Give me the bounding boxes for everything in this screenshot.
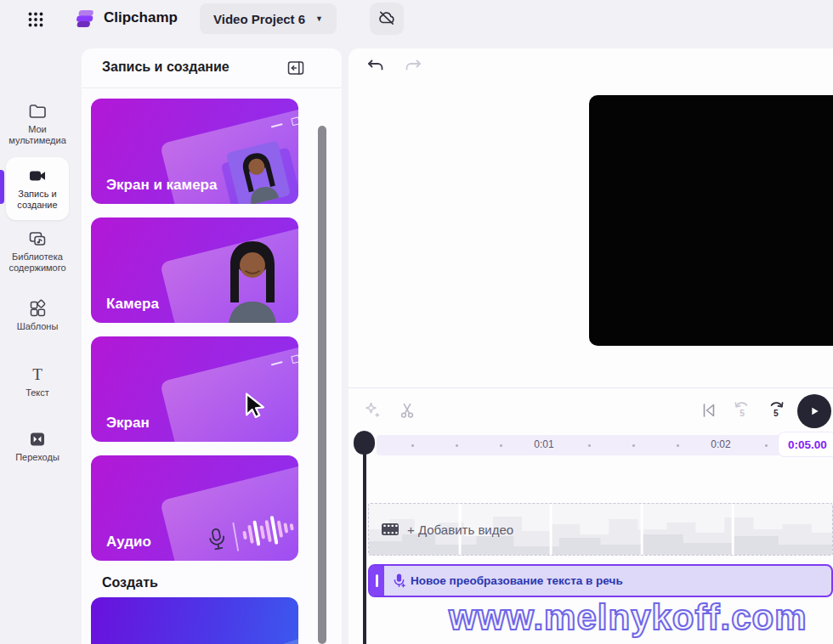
chevron-down-icon: ▼ [315, 14, 323, 23]
playhead-line [363, 451, 366, 644]
app-title: Clipchamp [104, 9, 178, 26]
text-icon: T [3, 364, 71, 385]
skip-start-icon[interactable] [699, 400, 719, 421]
ruler-label: 0:02 [704, 438, 738, 450]
play-button[interactable] [797, 394, 831, 428]
apps-grid-icon[interactable] [24, 8, 48, 31]
split-icon[interactable] [397, 400, 417, 421]
project-name: Video Project 6 [213, 12, 305, 26]
transitions-icon [3, 429, 71, 449]
sidebar-item-label: Переходы [15, 452, 60, 462]
create-section-title: Создать [102, 575, 158, 590]
content-library-icon [3, 229, 71, 249]
add-video-label: + Добавить видео [407, 523, 513, 537]
cloud-off-icon [377, 8, 397, 29]
redo-icon[interactable] [403, 57, 423, 77]
ruler-tick [632, 444, 635, 447]
sidebar-item-label: Библиотека содержимого [8, 251, 65, 273]
ruler-tick [588, 444, 591, 447]
rewind-seconds-label: 5 [740, 409, 745, 418]
panel-header: Запись и создание [82, 48, 342, 88]
card-screen[interactable]: Экран [91, 336, 298, 442]
card-label: Экран [106, 415, 150, 432]
create-card-art [188, 636, 298, 644]
svg-text:T: T [32, 365, 42, 383]
sidebar-item-label: Шаблоны [17, 321, 59, 331]
forward-seconds-label: 5 [774, 409, 779, 418]
ruler-tick [411, 444, 414, 447]
card-label: Аудио [106, 534, 151, 551]
duration-badge: 0:05.00 [779, 432, 833, 456]
sidebar-item-label: Запись и создание [17, 189, 57, 210]
record-create-panel: Запись и создание [82, 48, 342, 644]
sidebar: Мои мультимедиа Запись и создание Би [0, 48, 75, 644]
ruler-tick [765, 444, 768, 447]
presenter-photo [212, 236, 293, 323]
card-label: Камера [106, 296, 159, 313]
tts-audio-clip[interactable]: Новое преобразование текста в речь [368, 564, 833, 597]
editor-main: 5 5 0:01 0:02 0:05.00 [348, 48, 833, 644]
tts-clip-label: Новое преобразование текста в речь [411, 574, 623, 587]
clipchamp-logo [73, 7, 97, 31]
sidebar-item-my-media[interactable]: Мои мультимедиа [3, 101, 71, 146]
card-audio[interactable]: Аудио [91, 455, 298, 561]
timeline-divider [348, 387, 833, 388]
sidebar-item-label: Мои мультимедиа [8, 124, 66, 145]
sidebar-item-content-library[interactable]: Библиотека содержимого [3, 229, 71, 274]
add-video-track[interactable]: + Добавить видео [368, 503, 833, 556]
magic-tools-icon[interactable] [363, 400, 383, 421]
watermark: www.melnykoff.com [449, 597, 808, 638]
panel-title: Запись и создание [102, 59, 230, 75]
card-screen-and-camera[interactable]: Экран и камера [91, 99, 298, 204]
sidebar-item-transitions[interactable]: Переходы [3, 429, 71, 463]
clip-trim-handle[interactable] [370, 566, 384, 596]
project-selector[interactable]: Video Project 6 ▼ [200, 3, 337, 34]
sidebar-item-label: Текст [26, 387, 49, 398]
templates-icon [3, 298, 71, 319]
microphone-icon [204, 526, 230, 555]
sidebar-item-templates[interactable]: Шаблоны [3, 298, 71, 332]
card-create[interactable] [91, 597, 298, 644]
voice-sparkle-icon [391, 573, 407, 589]
video-camera-icon [3, 166, 71, 186]
panel-scrollbar[interactable] [318, 126, 326, 644]
sidebar-item-text[interactable]: T Текст [3, 364, 71, 398]
folder-icon [3, 101, 71, 121]
rewind-5-icon[interactable]: 5 [731, 398, 753, 421]
ruler-tick [456, 444, 458, 447]
screen-mockup [160, 345, 298, 442]
cursor-icon [241, 391, 269, 420]
topbar: Clipchamp Video Project 6 ▼ [0, 0, 833, 48]
cloud-off-button[interactable] [370, 3, 404, 35]
ruler-tick [500, 444, 502, 447]
card-camera[interactable]: Камера [91, 217, 298, 323]
undo-icon[interactable] [366, 57, 386, 77]
forward-5-icon[interactable]: 5 [765, 398, 787, 421]
clipchamp-app: Clipchamp Video Project 6 ▼ Мои мультим [0, 0, 833, 644]
play-icon [808, 404, 821, 418]
video-preview[interactable] [589, 95, 833, 346]
card-label: Экран и камера [106, 177, 217, 194]
ruler-tick [677, 444, 679, 447]
sidebar-item-record-create[interactable]: Запись и создание [3, 166, 71, 211]
ruler-label: 0:01 [527, 438, 561, 450]
filmstrip-icon [381, 522, 400, 537]
collapse-panel-icon[interactable] [286, 58, 306, 78]
